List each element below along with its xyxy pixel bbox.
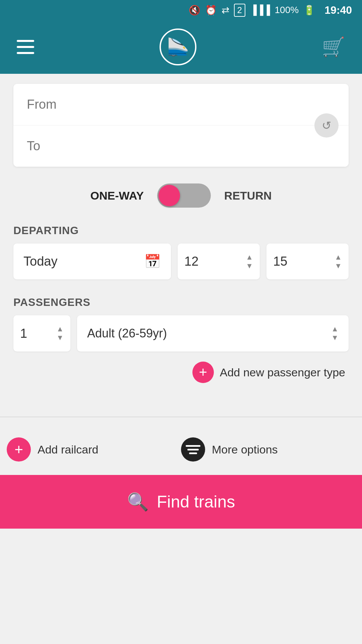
trip-type-toggle: ONE-WAY RETURN <box>13 183 349 208</box>
minute-down-icon[interactable]: ▼ <box>335 262 342 270</box>
departure-minute-field[interactable]: 15 ▲ ▼ <box>266 244 349 279</box>
hour-up-icon[interactable]: ▲ <box>246 254 253 261</box>
passenger-quantity-field[interactable]: 1 ▲ ▼ <box>13 315 70 352</box>
minute-up-icon[interactable]: ▲ <box>335 254 342 261</box>
quantity-stepper[interactable]: ▲ ▼ <box>56 325 64 341</box>
notification-badge: 2 <box>234 4 245 17</box>
minute-value: 15 <box>273 254 287 269</box>
passengers-section: PASSENGERS 1 ▲ ▼ Adult (26-59yr) ▲ ▼ + A… <box>13 296 349 383</box>
date-value: Today <box>23 254 57 269</box>
quantity-down-icon[interactable]: ▼ <box>56 334 64 341</box>
passenger-type-field[interactable]: Adult (26-59yr) ▲ ▼ <box>77 315 349 352</box>
departing-section-label: DEPARTING <box>13 224 349 237</box>
swap-icon: ↺ <box>322 119 331 132</box>
signal-icon: ▐▐▐ <box>250 5 270 15</box>
clock: 19:40 <box>324 4 352 16</box>
toggle-switch[interactable] <box>157 183 211 208</box>
search-icon: 🔍 <box>127 492 149 512</box>
status-bar: 🔇 ⏰ ⇄ 2 ▐▐▐ 100% 🔋 19:40 <box>0 0 362 20</box>
passenger-type-stepper[interactable]: ▲ ▼ <box>331 325 339 341</box>
to-input[interactable] <box>13 125 349 167</box>
find-trains-button[interactable]: 🔍 Find trains <box>0 475 362 529</box>
section-divider <box>0 417 362 417</box>
add-passenger-row: + Add new passenger type <box>13 362 349 383</box>
departure-date-field[interactable]: Today 📅 <box>13 244 171 279</box>
status-icons: 🔇 ⏰ ⇄ 2 ▐▐▐ 100% 🔋 <box>189 4 315 17</box>
hour-stepper[interactable]: ▲ ▼ <box>246 254 253 270</box>
app-header: 🚄 🛒 <box>0 20 362 74</box>
return-label: RETURN <box>224 189 272 202</box>
departing-section: DEPARTING Today 📅 12 ▲ ▼ 15 ▲ ▼ <box>13 224 349 279</box>
main-content: ↺ ONE-WAY RETURN DEPARTING Today 📅 12 ▲ … <box>0 74 362 410</box>
filter-lines-icon <box>186 445 200 454</box>
hamburger-menu[interactable] <box>17 40 34 54</box>
bottom-options: + Add railcard More options <box>0 424 362 475</box>
from-input[interactable] <box>13 84 349 125</box>
passengers-row: 1 ▲ ▼ Adult (26-59yr) ▲ ▼ <box>13 315 349 352</box>
station-inputs: ↺ <box>13 84 349 167</box>
more-options-label: More options <box>212 443 278 456</box>
toggle-thumb <box>159 185 180 206</box>
add-railcard-option[interactable]: + Add railcard <box>7 437 181 462</box>
one-way-label: ONE-WAY <box>90 189 144 202</box>
hour-down-icon[interactable]: ▼ <box>246 262 253 270</box>
app-logo: 🚄 <box>160 29 196 65</box>
add-railcard-icon: + <box>7 437 31 462</box>
more-options-option[interactable]: More options <box>181 437 355 462</box>
mute-icon: 🔇 <box>189 5 200 16</box>
cart-icon[interactable]: 🛒 <box>322 36 345 58</box>
hour-value: 12 <box>184 254 198 269</box>
type-down-icon[interactable]: ▼ <box>331 334 339 341</box>
swap-stations-button[interactable]: ↺ <box>314 113 339 138</box>
passengers-section-label: PASSENGERS <box>13 296 349 309</box>
alarm-icon: ⏰ <box>205 5 217 16</box>
add-railcard-label: Add railcard <box>38 443 98 456</box>
battery-icon: 🔋 <box>303 5 315 16</box>
more-options-icon <box>181 437 205 462</box>
add-passenger-type-button[interactable]: + <box>192 362 214 383</box>
passenger-type-value: Adult (26-59yr) <box>87 326 167 340</box>
quantity-up-icon[interactable]: ▲ <box>56 325 64 333</box>
type-up-icon[interactable]: ▲ <box>331 325 339 333</box>
find-trains-label: Find trains <box>157 492 235 512</box>
sync-icon: ⇄ <box>222 5 229 16</box>
minute-stepper[interactable]: ▲ ▼ <box>335 254 342 270</box>
passenger-quantity-value: 1 <box>20 326 27 341</box>
calendar-icon: 📅 <box>144 254 161 269</box>
add-passenger-type-label: Add new passenger type <box>220 366 345 379</box>
train-logo-icon: 🚄 <box>167 37 189 57</box>
departure-hour-field[interactable]: 12 ▲ ▼ <box>178 244 260 279</box>
battery-text: 100% <box>275 5 299 15</box>
departing-row: Today 📅 12 ▲ ▼ 15 ▲ ▼ <box>13 244 349 279</box>
